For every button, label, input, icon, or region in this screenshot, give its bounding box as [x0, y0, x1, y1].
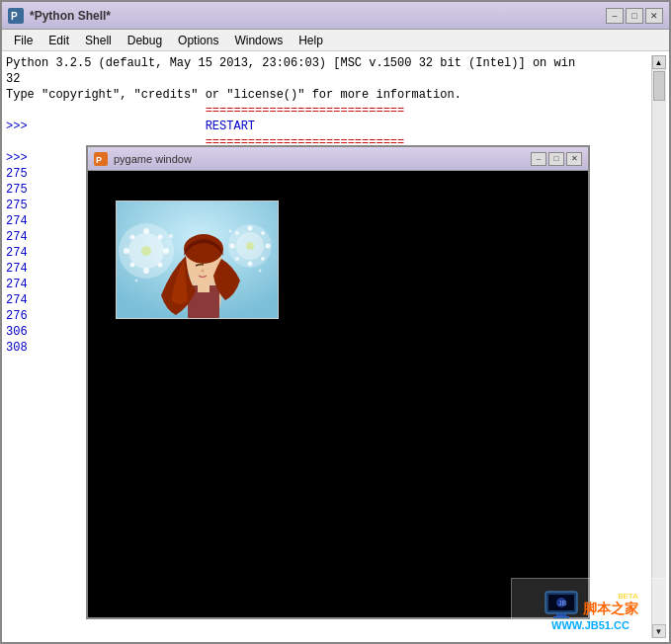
svg-rect-39 [556, 613, 566, 616]
svg-point-15 [141, 246, 151, 256]
menu-bar: File Edit Shell Debug Options Windows He… [2, 30, 669, 51]
svg-point-26 [246, 242, 254, 250]
svg-point-14 [158, 263, 163, 268]
svg-point-9 [124, 248, 129, 254]
minimize-button[interactable]: – [606, 8, 624, 24]
svg-point-34 [229, 230, 232, 233]
maximize-button[interactable]: □ [626, 8, 643, 24]
pygame-window-controls: – □ ✕ [531, 152, 582, 166]
pygame-canvas [88, 171, 588, 617]
watermark-overlay: JB BETA 脚本之家 WWW.JB51.CC [511, 578, 669, 642]
svg-point-8 [143, 268, 149, 274]
svg-text:P: P [96, 155, 102, 165]
menu-debug[interactable]: Debug [120, 32, 170, 49]
svg-point-31 [184, 234, 223, 264]
menu-windows[interactable]: Windows [226, 32, 291, 49]
svg-text:JB: JB [558, 600, 567, 606]
menu-options[interactable]: Options [170, 32, 226, 49]
pygame-close-button[interactable]: ✕ [566, 152, 582, 166]
shell-line: ============================ [6, 103, 651, 119]
pygame-minimize-button[interactable]: – [531, 152, 546, 166]
shell-line: Python 3.2.5 (default, May 15 2013, 23:0… [6, 55, 651, 71]
svg-point-21 [266, 244, 271, 249]
scrollbar[interactable]: ▲ ▼ [651, 55, 665, 638]
svg-rect-40 [553, 616, 569, 618]
pygame-sprite-image [116, 201, 279, 319]
svg-text:P: P [11, 11, 18, 22]
watermark-monitor-icon: JB [544, 590, 579, 619]
svg-point-10 [163, 248, 169, 254]
shell-line: >>> RESTART [6, 119, 651, 134]
scroll-thumb[interactable] [653, 71, 665, 101]
svg-point-7 [143, 228, 149, 234]
shell-line: 32 [6, 71, 651, 87]
svg-point-24 [235, 257, 239, 261]
title-bar: P *Python Shell* – □ ✕ [2, 2, 669, 30]
pygame-icon: P [94, 152, 108, 166]
menu-help[interactable]: Help [291, 32, 331, 49]
svg-point-13 [130, 263, 135, 268]
pygame-window: P pygame window – □ ✕ [86, 145, 590, 619]
svg-point-11 [130, 235, 135, 240]
pygame-maximize-button[interactable]: □ [548, 152, 564, 166]
watermark-beta-label: BETA [583, 592, 638, 601]
scroll-track[interactable] [652, 69, 666, 624]
svg-point-20 [230, 244, 235, 249]
window-title: *Python Shell* [30, 9, 606, 23]
close-button[interactable]: ✕ [645, 8, 663, 24]
watermark-text: BETA 脚本之家 [583, 592, 638, 618]
svg-point-12 [158, 235, 163, 240]
shell-content: Python 3.2.5 (default, May 15 2013, 23:0… [2, 51, 669, 642]
pygame-title-bar: P pygame window – □ ✕ [88, 147, 588, 171]
svg-point-23 [261, 231, 265, 235]
svg-point-19 [248, 262, 253, 267]
svg-point-25 [261, 257, 265, 261]
svg-point-36 [135, 280, 138, 282]
svg-point-22 [235, 231, 239, 235]
window-controls: – □ ✕ [606, 8, 663, 24]
watermark-site-name: 脚本之家 [583, 601, 638, 618]
python-icon: P [8, 8, 24, 24]
pygame-window-title: pygame window [114, 153, 531, 165]
menu-file[interactable]: File [6, 32, 41, 49]
girl-illustration [116, 201, 279, 319]
scroll-up-button[interactable]: ▲ [652, 55, 666, 69]
menu-shell[interactable]: Shell [77, 32, 120, 49]
svg-point-18 [248, 226, 253, 231]
watermark-url: WWW.JB51.CC [551, 619, 629, 631]
shell-line: Type "copyright", "credits" or "license(… [6, 87, 651, 103]
menu-edit[interactable]: Edit [41, 32, 77, 49]
svg-point-35 [259, 270, 262, 273]
watermark-top: JB BETA 脚本之家 [544, 590, 638, 619]
python-shell-window: P *Python Shell* – □ ✕ File Edit Shell D… [0, 0, 671, 644]
svg-point-33 [169, 234, 173, 238]
svg-point-32 [201, 270, 205, 273]
